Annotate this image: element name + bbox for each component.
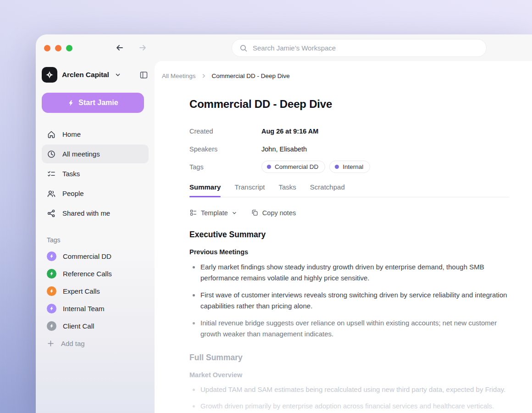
sidebar-item-home[interactable]: Home xyxy=(42,125,149,144)
sidebar-tag-expert-calls[interactable]: Expert Calls xyxy=(42,282,149,300)
tag-pill-row: Commercial DD Internal xyxy=(261,161,370,173)
chevron-down-icon xyxy=(232,210,237,216)
sidebar-nav: Home All meetings Tasks People xyxy=(42,125,149,223)
page-title: Commercial DD - Deep Dive xyxy=(189,98,509,111)
template-button[interactable]: Template xyxy=(189,209,237,217)
home-icon xyxy=(47,130,56,139)
window-zoom-button[interactable] xyxy=(66,45,72,51)
window-minimize-button[interactable] xyxy=(55,45,61,51)
sidebar-tag-reference-calls[interactable]: Reference Calls xyxy=(42,265,149,282)
copy-notes-label: Copy notes xyxy=(262,209,296,217)
tab-bar: Summary Transcript Tasks Scratchpad xyxy=(189,183,509,197)
sidebar-item-tasks[interactable]: Tasks xyxy=(42,164,149,183)
summary-toolbar: Template Copy notes xyxy=(189,209,509,217)
sidebar-tag-list: Commercial DD Reference Calls Expert Cal… xyxy=(42,247,149,335)
sidebar-collapse-icon[interactable] xyxy=(139,71,148,79)
bullet-item: Initial revenue bridge suggests over rel… xyxy=(189,318,509,340)
tab-transcript[interactable]: Transcript xyxy=(234,183,265,197)
copy-icon xyxy=(251,209,259,217)
tag-bolt-icon xyxy=(47,251,56,261)
section-heading-executive-summary: Executive Summary xyxy=(189,230,509,240)
tag-pill-internal[interactable]: Internal xyxy=(329,161,370,173)
search-icon xyxy=(239,44,248,52)
tab-scratchpad[interactable]: Scratchpad xyxy=(310,183,345,197)
speakers-label: Speakers xyxy=(189,145,261,153)
section-heading-full-summary: Full Summary xyxy=(189,353,509,363)
sidebar-item-shared-with-me[interactable]: Shared with me xyxy=(42,204,149,223)
sidebar-item-people[interactable]: People xyxy=(42,184,149,203)
tag-label: Internal Team xyxy=(63,305,105,313)
created-label: Created xyxy=(189,128,261,135)
tag-label: Expert Calls xyxy=(63,287,100,295)
sidebar-tag-internal-team[interactable]: Internal Team xyxy=(42,300,149,317)
bullet-item: Updated TAM and SAM estimates being reca… xyxy=(189,384,509,395)
tag-label: Reference Calls xyxy=(63,270,112,278)
tab-label: Tasks xyxy=(279,183,296,191)
sidebar-item-label: Shared with me xyxy=(62,209,110,217)
sidebar-tag-commercial-dd[interactable]: Commercial DD xyxy=(42,247,149,265)
sidebar-item-all-meetings[interactable]: All meetings xyxy=(42,145,149,163)
sidebar: Arclen Capital Start Jamie Home xyxy=(36,61,155,413)
sidebar-item-label: Tasks xyxy=(62,170,80,178)
subheading-market-overview: Market Overview xyxy=(189,371,509,379)
window-close-button[interactable] xyxy=(44,45,50,51)
app-window: Search Jamie’s Workspace Arclen Capital xyxy=(36,34,532,413)
bullet-item: Growth driven primarily by enterprise ad… xyxy=(189,401,509,412)
full-summary-bullets: Updated TAM and SAM estimates being reca… xyxy=(189,384,509,413)
desktop-background: { "colors": { "accent_purple": "#8b5cf6"… xyxy=(0,0,532,413)
sidebar-item-label: Home xyxy=(62,130,81,138)
back-arrow-icon[interactable] xyxy=(114,42,126,54)
template-label: Template xyxy=(201,209,228,217)
sidebar-item-label: All meetings xyxy=(62,150,100,158)
breadcrumb-all-meetings[interactable]: All Meetings xyxy=(162,73,196,79)
meeting-content: Commercial DD - Deep Dive Created Aug 26… xyxy=(189,98,509,413)
pill-dot-icon xyxy=(335,165,339,169)
pill-label: Commercial DD xyxy=(275,163,318,170)
checklist-icon xyxy=(47,169,56,179)
pill-label: Internal xyxy=(343,163,363,170)
template-icon xyxy=(189,209,197,217)
breadcrumb: All Meetings Commercial DD - Deep Dive xyxy=(162,73,532,79)
tab-label: Scratchpad xyxy=(310,183,345,191)
tags-section-header: Tags xyxy=(47,236,155,244)
window-controls xyxy=(44,45,72,51)
search-placeholder: Search Jamie’s Workspace xyxy=(253,44,336,52)
meta-row-speakers: Speakers John, Elisabeth xyxy=(189,140,509,158)
main-panel: All Meetings Commercial DD - Deep Dive C… xyxy=(155,61,532,413)
clock-icon xyxy=(47,150,56,159)
breadcrumb-current: Commercial DD - Deep Dive xyxy=(212,73,290,79)
forward-arrow-icon[interactable] xyxy=(137,42,149,54)
executive-summary-bullets: Early market findings show steady indust… xyxy=(189,262,509,340)
start-jamie-button[interactable]: Start Jamie xyxy=(42,93,144,113)
subheading-previous-meetings: Previous Meetings xyxy=(189,248,509,256)
tab-tasks[interactable]: Tasks xyxy=(279,183,296,197)
meta-row-tags: Tags Commercial DD Internal xyxy=(189,158,509,176)
tag-bolt-icon xyxy=(47,269,56,279)
start-jamie-label: Start Jamie xyxy=(78,99,118,107)
tag-pill-commercial-dd[interactable]: Commercial DD xyxy=(261,161,325,173)
workspace-switcher[interactable]: Arclen Capital xyxy=(42,67,148,83)
tab-label: Transcript xyxy=(234,183,265,191)
sidebar-item-label: People xyxy=(62,190,84,197)
sidebar-tag-client-call[interactable]: Client Call xyxy=(42,317,149,335)
search-input[interactable]: Search Jamie’s Workspace xyxy=(232,39,487,57)
breadcrumb-separator-icon xyxy=(201,73,206,78)
chevron-down-icon xyxy=(115,72,121,78)
tab-summary[interactable]: Summary xyxy=(189,183,221,197)
bullet-item: Early market findings show steady indust… xyxy=(189,262,509,284)
tag-bolt-icon xyxy=(47,321,56,331)
add-tag-button[interactable]: Add tag xyxy=(42,335,149,352)
speakers-value: John, Elisabeth xyxy=(261,145,307,153)
copy-notes-button[interactable]: Copy notes xyxy=(251,209,296,217)
active-tab-underline xyxy=(189,196,221,197)
tag-bolt-icon xyxy=(47,304,56,313)
tag-label: Commercial DD xyxy=(63,252,111,260)
add-tag-label: Add tag xyxy=(61,340,85,347)
bullet-item: First wave of customer interviews reveal… xyxy=(189,290,509,312)
pill-dot-icon xyxy=(267,165,271,169)
tag-label: Client Call xyxy=(63,322,94,330)
workspace-name: Arclen Capital xyxy=(62,71,109,79)
meta-row-created: Created Aug 26 at 9:16 AM xyxy=(189,122,509,140)
share-icon xyxy=(47,209,56,218)
plus-icon xyxy=(47,340,55,347)
